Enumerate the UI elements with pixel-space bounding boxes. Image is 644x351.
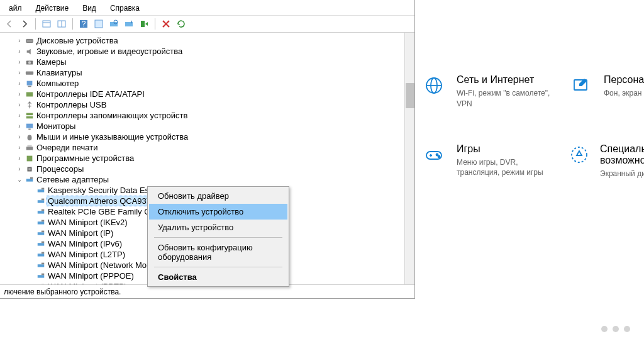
tile-subtitle: Wi-Fi, режим "в самолете", VPN: [457, 88, 551, 109]
keyboard-icon: [24, 68, 35, 78]
expander-icon[interactable]: ›: [15, 57, 24, 67]
context-menu: Обновить драйверОтключить устройствоУдал…: [147, 186, 289, 287]
svg-rect-40: [38, 243, 45, 245]
expander-icon[interactable]: ›: [15, 142, 24, 153]
back-button[interactable]: [3, 17, 16, 31]
svg-rect-10: [141, 21, 145, 27]
device-category[interactable]: ›Контроллеры USB: [1, 99, 414, 110]
help-button[interactable]: ?: [77, 17, 91, 31]
device-category[interactable]: ›Мониторы: [1, 121, 414, 131]
device-label: Мониторы: [35, 121, 75, 131]
device-category[interactable]: ›Дисковые устройства: [1, 35, 414, 46]
uninstall-button[interactable]: [159, 17, 173, 31]
device-category[interactable]: ›Очереди печати: [1, 142, 414, 153]
device-category[interactable]: ›Контроллеры запоминающих устройств: [1, 110, 414, 121]
device-label: Очереди печати: [35, 142, 98, 153]
svg-rect-47: [42, 273, 44, 275]
expander-icon[interactable]: ›: [15, 99, 24, 110]
svg-rect-35: [42, 209, 44, 211]
svg-rect-39: [42, 230, 44, 232]
svg-rect-0: [43, 21, 50, 27]
device-label: Клавиатуры: [35, 67, 82, 78]
svg-point-22: [28, 135, 32, 140]
settings-tile[interactable]: Сеть и ИнтернетWi-Fi, режим "в самолете"…: [423, 74, 570, 109]
pagination-dots: [601, 326, 630, 332]
context-menu-item[interactable]: Удалить устройство: [149, 220, 287, 235]
settings-tile[interactable]: Специальные возможностиЭкранный диктор,: [570, 143, 644, 179]
settings-tiles: Сеть и ИнтернетWi-Fi, режим "в самолете"…: [423, 74, 644, 179]
expander-icon[interactable]: ›: [15, 89, 24, 99]
device-category[interactable]: ›Контроллеры IDE ATA/ATAPI: [1, 89, 414, 99]
context-menu-item[interactable]: Свойства: [149, 269, 287, 285]
netadapter-icon: [35, 196, 47, 206]
context-menu-item[interactable]: Обновить конфигурацию оборудования: [149, 240, 287, 265]
enable-button[interactable]: [137, 17, 151, 31]
svg-rect-21: [28, 128, 31, 130]
expander-icon[interactable]: ⌄: [15, 174, 24, 185]
svg-point-61: [438, 155, 440, 157]
expander-icon[interactable]: ›: [15, 121, 24, 131]
expander-icon[interactable]: ›: [15, 78, 24, 89]
settings-tile[interactable]: ПерсонализациФон, экран блокир: [570, 74, 644, 109]
menu-view[interactable]: Вид: [76, 3, 103, 14]
device-category[interactable]: ›Процессоры: [1, 164, 414, 174]
netadapter-icon: [35, 271, 47, 281]
device-category[interactable]: ›Камеры: [1, 57, 414, 67]
svg-rect-18: [26, 113, 33, 115]
svg-rect-17: [26, 92, 33, 96]
menu-help[interactable]: Справка: [104, 3, 146, 14]
tile-title: Игры: [457, 143, 551, 155]
expander-icon[interactable]: ›: [15, 153, 24, 164]
storage-icon: [24, 111, 35, 121]
expander-icon[interactable]: ›: [15, 164, 24, 174]
svg-rect-19: [26, 116, 33, 118]
context-menu-item[interactable]: Обновить драйвер: [149, 188, 287, 204]
device-category[interactable]: ›Программные устройства: [1, 153, 414, 164]
software-icon: [24, 153, 35, 164]
view-list-button[interactable]: [55, 17, 69, 31]
expander-icon[interactable]: ›: [15, 67, 24, 78]
context-menu-item[interactable]: Отключить устройство: [149, 204, 287, 220]
svg-rect-14: [26, 71, 33, 74]
properties-button[interactable]: [92, 17, 106, 31]
expander-icon[interactable]: ›: [15, 35, 24, 46]
device-category[interactable]: ›Звуковые, игровые и видеоустройства: [1, 46, 414, 57]
ide-icon: [24, 89, 35, 99]
update-driver-button[interactable]: [122, 17, 136, 31]
device-label: Процессоры: [35, 164, 84, 174]
device-category[interactable]: ›Клавиатуры: [1, 67, 414, 78]
device-category[interactable]: ›Компьютер: [1, 78, 414, 89]
menu-action[interactable]: Действие: [29, 3, 75, 14]
disk-icon: [24, 36, 35, 46]
vertical-scrollbar[interactable]: [404, 33, 414, 284]
svg-rect-36: [38, 221, 45, 224]
tile-subtitle: Фон, экран блокир: [604, 88, 644, 99]
device-category[interactable]: ›Мыши и иные указывающие устройства: [1, 131, 414, 142]
device-label: Контроллеры USB: [35, 99, 106, 110]
svg-rect-25: [27, 155, 33, 161]
expander-icon[interactable]: ›: [15, 131, 24, 142]
svg-rect-30: [38, 189, 45, 192]
device-label: Дисковые устройства: [35, 35, 118, 46]
device-label: WAN Miniport (PPPOE): [47, 270, 134, 281]
refresh-button[interactable]: [174, 17, 188, 31]
forward-button[interactable]: [18, 17, 31, 31]
usb-icon: [24, 100, 35, 110]
monitor-icon: [24, 121, 35, 131]
view-small-button[interactable]: [40, 17, 53, 31]
device-label: Контроллеры IDE ATA/ATAPI: [35, 89, 145, 99]
device-label: Программные устройства: [35, 153, 134, 164]
svg-rect-11: [26, 39, 33, 42]
scan-button[interactable]: [107, 17, 121, 31]
device-category[interactable]: ⌄Сетевые адаптеры: [1, 174, 414, 185]
device-label: Сетевые адаптеры: [35, 174, 109, 185]
scrollbar-thumb[interactable]: [406, 83, 414, 108]
menu-file[interactable]: айл: [3, 3, 28, 14]
tile-title: Сеть и Интернет: [457, 74, 551, 86]
pen-icon: [570, 74, 592, 97]
svg-point-62: [572, 147, 587, 162]
menubar: айл Действие Вид Справка: [0, 0, 414, 15]
settings-tile[interactable]: ИгрыМеню игры, DVR, трансляция, режим иг…: [423, 143, 570, 179]
expander-icon[interactable]: ›: [15, 110, 24, 121]
expander-icon[interactable]: ›: [15, 46, 24, 57]
